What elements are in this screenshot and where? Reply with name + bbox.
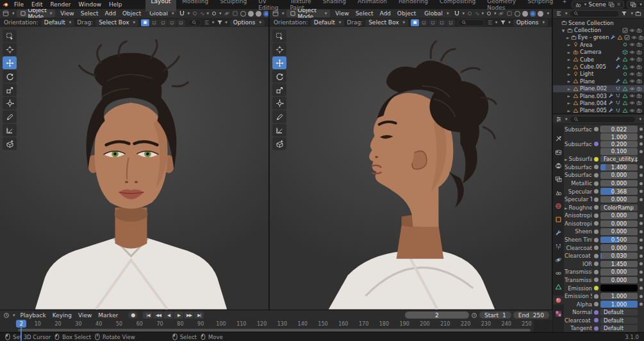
socket-dot[interactable] — [594, 318, 599, 322]
timeline-editor-icon[interactable] — [3, 312, 10, 319]
tool-add-cube[interactable] — [3, 137, 17, 150]
tool-search-input[interactable] — [458, 19, 484, 26]
tl-menu-playback[interactable]: Playback — [17, 312, 49, 319]
value-slider[interactable]: 0.368 — [600, 188, 638, 194]
current-frame-field[interactable]: 2 — [405, 312, 469, 319]
dot-badge-icon[interactable] — [622, 71, 628, 77]
tool-select-box[interactable] — [3, 29, 17, 42]
select-mode-subtract[interactable]: ◻ — [429, 19, 437, 26]
outliner-search-input[interactable] — [570, 10, 620, 17]
value-slider[interactable]: 0.000 — [600, 180, 638, 187]
dot-badge-icon[interactable] — [622, 42, 628, 47]
disable-render-icon[interactable] — [636, 108, 642, 113]
wrench-badge-icon[interactable] — [608, 93, 614, 99]
disable-render-icon[interactable] — [636, 78, 642, 84]
value-slider[interactable]: 0.030 — [600, 253, 638, 259]
outliner-row-camera[interactable]: ►Camera — [553, 49, 644, 56]
particles-badge-icon[interactable] — [615, 86, 621, 92]
tri-icon[interactable] — [573, 86, 579, 92]
value-slider[interactable]: 0.022 — [600, 126, 638, 132]
filter-type-icon[interactable]: ▾ — [204, 19, 215, 26]
outliner-row-area[interactable]: ►Area — [553, 41, 644, 48]
tri-icon[interactable] — [573, 56, 579, 62]
properties-tab-object[interactable] — [553, 215, 564, 224]
value-slider[interactable]: 0.500 — [600, 237, 638, 243]
auto-keyframe-clock-icon[interactable] — [471, 312, 477, 319]
menu-help[interactable]: Help — [105, 1, 126, 8]
tab-geometry-nodes[interactable]: Geometry Nodes — [481, 0, 522, 12]
tl-menu-marker[interactable]: Marker — [95, 312, 121, 319]
outliner-row-plane[interactable]: ►Plane — [553, 78, 644, 85]
select-mode-new[interactable]: ▣ — [411, 19, 419, 26]
tool-rotate[interactable] — [3, 70, 17, 83]
outliner-row-eye-green[interactable]: ►Eye - green — [553, 34, 644, 41]
value-slider[interactable]: 0.000 — [600, 277, 638, 283]
wrench-badge-icon[interactable] — [615, 64, 621, 70]
new-collection-icon[interactable] — [635, 10, 641, 17]
filter-funnel-icon[interactable]: ▾ — [500, 19, 511, 26]
value-slider[interactable]: 1.000 — [600, 301, 638, 307]
socket-dot[interactable] — [594, 127, 599, 131]
socket-dot[interactable] — [594, 286, 599, 290]
disable-render-icon[interactable] — [636, 56, 642, 62]
blender-logo-icon[interactable] — [3, 1, 9, 8]
viewport-canvas-front[interactable] — [0, 27, 268, 310]
end-frame-field[interactable]: End 250 — [513, 312, 549, 319]
keyframe-dot[interactable] — [640, 135, 643, 138]
outliner-row-scene-collection[interactable]: Scene Collection — [553, 19, 644, 26]
value-field[interactable]: ColorRamp — [600, 204, 638, 211]
camera-icon[interactable] — [573, 49, 579, 55]
socket-dot[interactable] — [594, 238, 599, 242]
disable-render-icon[interactable] — [636, 49, 642, 55]
socket-dot[interactable] — [594, 302, 599, 306]
vp-menu-view[interactable]: View — [57, 10, 77, 17]
properties-search-input[interactable] — [570, 116, 636, 123]
next-key-button[interactable]: ▶▶ — [184, 312, 194, 319]
properties-tab-output[interactable] — [553, 161, 564, 170]
playhead[interactable]: 2 — [16, 320, 26, 328]
keyframe-dot[interactable] — [640, 270, 643, 274]
menu-edit[interactable]: Edit — [28, 1, 46, 8]
disclosure-icon[interactable]: ► — [566, 101, 572, 105]
keyframe-dot[interactable] — [640, 142, 643, 146]
timeline-ruler[interactable]: 2 01020304050607080901001101201301401501… — [0, 320, 552, 329]
socket-dot[interactable] — [594, 165, 599, 169]
keyframe-dot[interactable] — [640, 278, 643, 281]
select-mode-extend[interactable]: ◻ — [150, 19, 158, 26]
wrench-badge-icon[interactable] — [608, 100, 614, 106]
color-swatch[interactable] — [600, 285, 638, 291]
socket-dot[interactable] — [594, 270, 599, 274]
disclosure-icon[interactable]: ► — [566, 87, 572, 91]
socket-dot[interactable] — [594, 213, 599, 218]
disable-render-icon[interactable] — [636, 42, 642, 47]
disable-render-icon[interactable] — [636, 28, 642, 33]
value-field[interactable]: Default — [600, 325, 638, 331]
orientation-default-dropdown[interactable]: Default ▾ — [41, 19, 74, 26]
chevron-down-icon[interactable]: ▾ — [639, 117, 641, 122]
disable-render-icon[interactable] — [636, 86, 642, 92]
menu-window[interactable]: Window — [75, 1, 106, 8]
tri-badge-icon[interactable] — [617, 35, 623, 40]
collection-icon[interactable] — [561, 20, 567, 26]
menu-render[interactable]: Render — [47, 1, 75, 8]
tool-search-input[interactable] — [188, 19, 201, 26]
keyframe-dot[interactable] — [640, 128, 643, 131]
jump-end-button[interactable]: ▶| — [194, 312, 204, 319]
viewport-canvas-side[interactable] — [270, 27, 552, 310]
properties-tab-tool[interactable] — [553, 134, 564, 143]
outliner-filter-icon[interactable] — [621, 10, 627, 17]
hide-eye-icon[interactable] — [629, 28, 635, 33]
tool-add-cube[interactable] — [272, 137, 286, 150]
tool-transform[interactable] — [272, 97, 286, 110]
value-field[interactable]: Face_utility.png — [600, 156, 638, 162]
disclosure-icon[interactable]: ► — [566, 65, 572, 69]
socket-dot[interactable] — [594, 189, 599, 194]
tri-icon[interactable] — [573, 108, 579, 113]
tri-badge-icon[interactable] — [622, 64, 628, 70]
select-mode-intersect[interactable]: ◻ — [447, 19, 455, 26]
disclosure-icon[interactable]: ► — [565, 157, 569, 162]
keyframe-dot[interactable] — [640, 262, 643, 265]
bulb-icon[interactable] — [573, 42, 579, 47]
tool-scale[interactable] — [3, 83, 17, 96]
hide-eye-icon[interactable] — [629, 42, 635, 47]
